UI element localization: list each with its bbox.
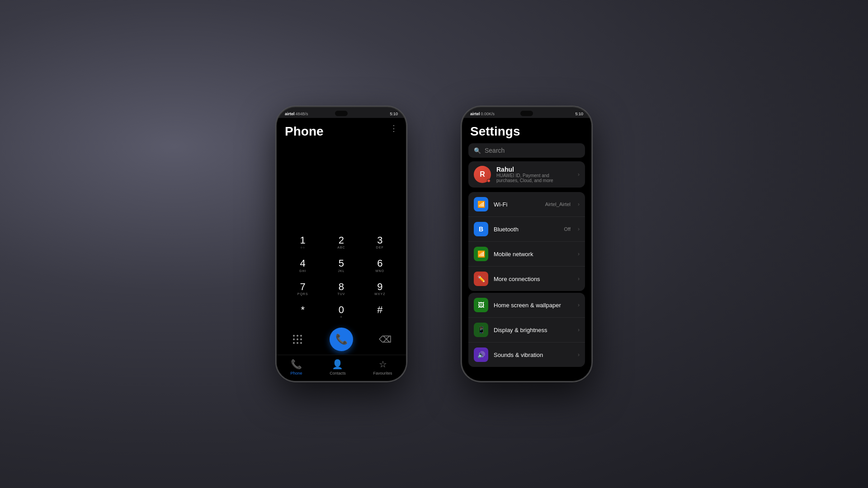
nav-favourites[interactable]: ☆ Favourites <box>373 359 392 375</box>
backspace-icon: ⌫ <box>379 334 392 345</box>
display-label: Display & brightness <box>494 327 571 333</box>
speed-right: 0.00K/s <box>481 112 495 116</box>
contacts-nav-icon: 👤 <box>332 359 343 370</box>
phone-app: Phone ⋮ 1 ○○ 2 ABC 3 DEF <box>277 118 406 381</box>
bluetooth-icon-wrap: B <box>474 222 488 236</box>
phone-screen-left: Phone ⋮ 1 ○○ 2 ABC 3 DEF <box>277 118 406 381</box>
nav-phone-label: Phone <box>290 371 302 375</box>
nav-contacts[interactable]: 👤 Contacts <box>330 359 346 375</box>
time-left: 5:10 <box>390 112 398 116</box>
settings-item-more-connections[interactable]: ✏️ More connections › <box>468 267 585 291</box>
settings-item-home-screen[interactable]: 🖼 Home screen & wallpaper › <box>468 293 585 318</box>
dial-key-4[interactable]: 4 GHI <box>284 254 321 277</box>
bluetooth-label: Bluetooth <box>494 226 559 233</box>
dialed-number-area <box>277 141 406 231</box>
dialpad-grid: 1 ○○ 2 ABC 3 DEF 4 GHI 5 JKL <box>277 231 406 323</box>
camera-pill-right <box>520 111 533 116</box>
display-section: 🖼 Home screen & wallpaper › 📱 Display & … <box>468 293 585 367</box>
wifi-icon-wrap: 📶 <box>474 197 488 211</box>
settings-item-bluetooth[interactable]: B Bluetooth Off › <box>468 217 585 242</box>
home-screen-icon-wrap: 🖼 <box>474 298 488 312</box>
online-indicator <box>487 179 491 183</box>
dial-key-2[interactable]: 2 ABC <box>322 231 360 253</box>
display-icon-wrap: 📱 <box>474 323 488 337</box>
mobile-network-label: Mobile network <box>494 251 571 258</box>
wifi-value: Airtel_Airtel <box>545 202 571 207</box>
sounds-icon: 🔊 <box>477 351 485 358</box>
dialpad-actions: 📞 ⌫ <box>277 323 406 355</box>
nav-phone[interactable]: 📞 Phone <box>290 359 302 375</box>
search-icon: 🔍 <box>474 147 481 154</box>
dial-key-8[interactable]: 8 TUV <box>322 278 360 300</box>
mobile-network-icon-wrap: 📶 <box>474 247 488 261</box>
dial-key-0[interactable]: 0 + <box>322 301 360 323</box>
profile-name: Rahul <box>496 166 572 173</box>
settings-title: Settings <box>462 118 591 143</box>
dial-key-5[interactable]: 5 JKL <box>322 254 360 277</box>
sounds-label: Sounds & vibration <box>494 352 571 358</box>
home-screen-label: Home screen & wallpaper <box>494 302 571 309</box>
connectivity-section: 📶 Wi-Fi Airtel_Airtel › B Bluetooth Off <box>468 192 585 291</box>
phone-title: Phone <box>285 124 324 139</box>
dial-key-9[interactable]: 9 WXYZ <box>361 278 399 300</box>
avatar: R <box>474 166 491 183</box>
more-connections-icon-wrap: ✏️ <box>474 272 488 286</box>
mobile-network-chevron: › <box>578 251 580 257</box>
settings-list: 📶 Wi-Fi Airtel_Airtel › B Bluetooth Off <box>462 192 591 381</box>
bluetooth-icon: B <box>479 225 483 233</box>
nav-contacts-label: Contacts <box>330 371 346 375</box>
display-chevron: › <box>578 327 580 333</box>
more-connections-icon: ✏️ <box>477 275 485 282</box>
sounds-chevron: › <box>578 352 580 358</box>
dial-key-6[interactable]: 6 MNO <box>361 254 399 277</box>
bluetooth-value: Off <box>564 226 571 232</box>
display-icon: 📱 <box>477 326 485 333</box>
camera-pill-left <box>335 111 348 116</box>
speed-left: 484B/s <box>296 112 308 116</box>
bluetooth-chevron: › <box>578 226 580 232</box>
home-screen-chevron: › <box>578 302 580 308</box>
phone-nav-icon: 📞 <box>291 359 302 370</box>
wifi-label: Wi-Fi <box>494 201 540 208</box>
settings-item-sounds[interactable]: 🔊 Sounds & vibration › <box>468 343 585 367</box>
dialpad-toggle-button[interactable] <box>290 332 305 347</box>
profile-chevron: › <box>578 171 580 178</box>
carrier-left: airtel <box>285 112 295 116</box>
home-screen-icon: 🖼 <box>478 301 484 309</box>
phone-icon: 📞 <box>335 333 348 345</box>
more-options-button[interactable]: ⋮ <box>390 124 398 132</box>
settings-item-wifi[interactable]: 📶 Wi-Fi Airtel_Airtel › <box>468 192 585 217</box>
phone-screen-right: Settings 🔍 Search R Rahul HUAWEI ID, Pay… <box>462 118 591 381</box>
dial-key-1[interactable]: 1 ○○ <box>284 231 321 253</box>
search-placeholder: Search <box>485 147 505 154</box>
time-right: 5:10 <box>575 112 583 116</box>
wifi-icon: 📶 <box>477 201 485 208</box>
phone-header: Phone ⋮ <box>277 118 406 141</box>
dial-key-7[interactable]: 7 PQRS <box>284 278 321 300</box>
bottom-navigation: 📞 Phone 👤 Contacts ☆ Favourites <box>277 355 406 381</box>
profile-info: Rahul HUAWEI ID, Payment and purchases, … <box>496 166 572 183</box>
mobile-network-icon: 📶 <box>477 250 485 258</box>
settings-app: Settings 🔍 Search R Rahul HUAWEI ID, Pay… <box>462 118 591 381</box>
settings-item-mobile-network[interactable]: 📶 Mobile network › <box>468 242 585 267</box>
phone-device-left: airtel 484B/s 5:10 Phone ⋮ 1 ○○ 2 AB <box>276 106 407 382</box>
backspace-button[interactable]: ⌫ <box>378 332 392 347</box>
favourites-nav-icon: ☆ <box>379 359 387 370</box>
carrier-right: airtel <box>470 112 480 116</box>
dial-key-star[interactable]: * <box>284 301 321 323</box>
profile-subtitle: HUAWEI ID, Payment and purchases, Cloud,… <box>496 173 572 183</box>
profile-row[interactable]: R Rahul HUAWEI ID, Payment and purchases… <box>468 161 585 188</box>
phone-device-right: airtel 0.00K/s 5:10 Settings 🔍 Search R … <box>461 106 592 382</box>
wifi-chevron: › <box>578 201 580 207</box>
settings-item-display[interactable]: 📱 Display & brightness › <box>468 318 585 343</box>
call-button[interactable]: 📞 <box>330 328 353 351</box>
more-connections-label: More connections <box>494 276 571 282</box>
sounds-icon-wrap: 🔊 <box>474 347 488 362</box>
search-bar[interactable]: 🔍 Search <box>468 143 585 158</box>
dial-key-3[interactable]: 3 DEF <box>361 231 399 253</box>
dial-key-hash[interactable]: # <box>361 301 399 323</box>
nav-favourites-label: Favourites <box>373 371 392 375</box>
more-connections-chevron: › <box>578 276 580 282</box>
